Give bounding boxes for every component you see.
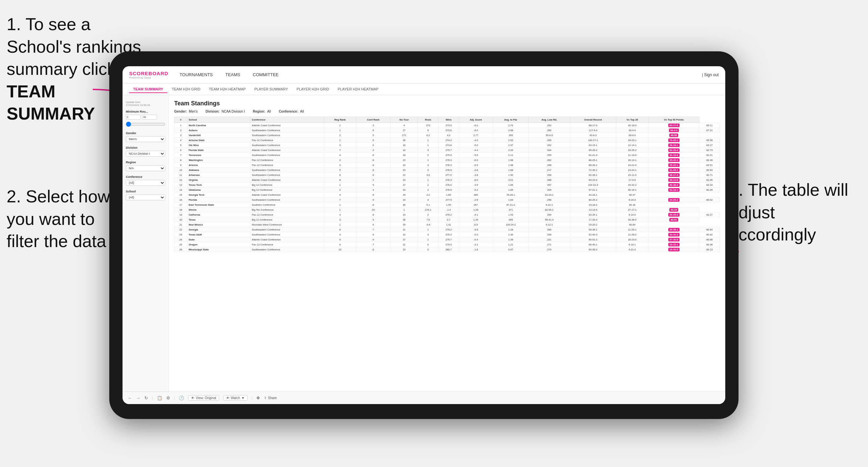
sidebar-conference: Conference (All) (126, 175, 165, 186)
view-label: View: Original (196, 396, 216, 400)
sub-nav-player-summary[interactable]: PLAYER SUMMARY (250, 86, 292, 93)
col-vs-top50: Vs Top 50 Points (648, 117, 699, 123)
conference-select[interactable]: (All) (126, 180, 165, 186)
forward-icon[interactable]: → (136, 396, 141, 400)
col-wins: Wins (438, 117, 459, 123)
sub-nav-team-summary[interactable]: TEAM SUMMARY (129, 86, 167, 93)
watch-chevron-icon: ▼ (241, 396, 245, 400)
table-row: 20TexasBig 12 Conference39267.80.71.4426… (175, 217, 720, 222)
table-row: 3VanderbiltSoutheastern Conference252716… (175, 133, 720, 138)
instruction-2-text: 2. Select howyou want tofilter the data (7, 187, 110, 251)
sub-nav-player-h2h-heatmap[interactable]: PLAYER H2H HEATMAP (334, 86, 382, 93)
region-label: Region (126, 161, 165, 164)
table-row: 7TennesseeSoutheastern Conference4618227… (175, 153, 720, 158)
update-time: Update time: 27/03/2024 16:56:26 (126, 101, 165, 107)
clock-icon[interactable]: 🕐 (179, 396, 184, 400)
sidebar-school: School (All) (126, 190, 165, 200)
nav-tournaments[interactable]: TOURNAMENTS (178, 71, 214, 78)
instruction-1-bold: TEAM SUMMARY (7, 82, 95, 124)
table-row: 4Arizona StatePac-12 Conference16261274.… (175, 138, 720, 143)
copy-icon[interactable]: 📋 (157, 396, 162, 400)
sign-out-label[interactable]: Sign out (704, 72, 719, 77)
resize-icon[interactable]: ✥ (256, 396, 260, 400)
col-rnds: Rnds (418, 117, 438, 123)
sub-nav-player-h2h-grid[interactable]: PLAYER H2H GRID (293, 86, 333, 93)
table-row: 5Ole MissSoutheastern Conference36181274… (175, 143, 720, 148)
nav-teams[interactable]: TEAMS (224, 71, 242, 78)
col-overall: Overall Record (570, 117, 616, 123)
back-icon[interactable]: ← (128, 396, 132, 400)
sidebar-division: Division NCAA Division I (126, 146, 165, 157)
school-select[interactable]: (All) (126, 194, 165, 200)
table-row: 24DukeAtlantic Coast Conference59271279.… (175, 237, 720, 242)
gender-select[interactable]: Men's (126, 136, 165, 142)
watch-button[interactable]: 👁 Watch ▼ (223, 395, 248, 401)
refresh-icon[interactable]: ↻ (145, 396, 148, 400)
table-title: Team Standings (174, 100, 720, 107)
table-row: 17East Tennessee StateSouthern Conferenc… (175, 203, 720, 207)
min-slider[interactable] (126, 122, 165, 127)
share-icon: ⇧ (264, 396, 267, 400)
logo-sub: Powered by clippd (129, 76, 168, 79)
table-row: 19CaliforniaPac-12 Conference48242278.2-… (175, 212, 720, 217)
table-row: 6Florida StateAtlantic Coast Conference7… (175, 148, 720, 153)
table-row: 15Georgia TechAtlantic Coast Conference4… (175, 192, 720, 197)
tablet-screen: SCOREBOARD Powered by clippd TOURNAMENTS… (123, 66, 725, 404)
sidebar-gender: Gender Men's (126, 131, 165, 142)
nav-bar: SCOREBOARD Powered by clippd TOURNAMENTS… (123, 66, 725, 84)
table-row: 12VirginiaAtlantic Coast Conference82241… (175, 178, 720, 183)
conference-label: Conference (126, 175, 165, 179)
view-original-button[interactable]: 👁 View: Original (188, 395, 219, 401)
main-content: Update time: 27/03/2024 16:56:26 Minimum… (123, 95, 725, 392)
instruction-3: 3. The table willadjust accordingly (729, 179, 861, 246)
table-row: 13Texas TechBig 12 Conference19272276.0-… (175, 183, 720, 187)
min-range (126, 115, 165, 120)
school-label: School (126, 190, 165, 193)
table-row: 25OregonPac-12 Conference97210279.5-3.11… (175, 242, 720, 247)
table-row: 8WashingtonPac-12 Conference28231276.3-6… (175, 158, 720, 163)
filter-division: Division: NCAA Division I (206, 110, 245, 113)
filter-region: Region: All (253, 110, 271, 113)
table-row: 14OklahomaBig 12 Conference24242276.9-5.… (175, 187, 720, 192)
nav-items: TOURNAMENTS TEAMS COMMITTEE (178, 71, 280, 78)
logo-area: SCOREBOARD Powered by clippd (129, 70, 168, 79)
table-row: 26Mississippi StateSoutheastern Conferen… (175, 247, 720, 252)
bottom-toolbar: ← → ↻ | 📋 ⚙ | 🕐 👁 View: Original 👁 Watch… (123, 392, 725, 404)
sub-nav-team-h2h-heatmap[interactable]: TEAM H2H HEATMAP (205, 86, 250, 93)
settings-icon[interactable]: ⚙ (166, 396, 170, 400)
logo-scoreboard: SCOREBOARD (129, 70, 168, 76)
col-conf-rank: Conf Rank (356, 117, 391, 123)
min-input[interactable] (126, 115, 141, 120)
tablet: SCOREBOARD Powered by clippd TOURNAMENTS… (109, 51, 739, 419)
gender-label: Gender (126, 131, 165, 135)
nav-committee[interactable]: COMMITTEE (251, 71, 280, 78)
max-input[interactable] (142, 115, 157, 120)
division-label: Division (126, 146, 165, 149)
watch-icon: 👁 (226, 396, 229, 400)
division-select[interactable]: NCAA Division I (126, 151, 165, 157)
sub-nav-team-h2h-grid[interactable]: TEAM H2H GRID (168, 86, 204, 93)
instruction-3-text: 3. The table willadjust accordingly (729, 180, 848, 244)
instruction-2: 2. Select howyou want tofilter the data (7, 185, 110, 253)
filter-conference: Conference: All (279, 110, 304, 113)
table-filters: Gender: Men's Division: NCAA Division I … (174, 110, 720, 113)
col-conference: Conference (250, 117, 324, 123)
sidebar: Update time: 27/03/2024 16:56:26 Minimum… (123, 95, 169, 392)
table-row: 9ArizonaPac-12 Conference38223276.3-6.51… (175, 163, 720, 167)
table-row: 2AuburnSoutheastern Conference19276273.6… (175, 128, 720, 133)
share-button[interactable]: ⇧ Share (264, 396, 277, 400)
col-reg-rank: Reg Rank (324, 117, 356, 123)
table-area: Team Standings Gender: Men's Division: N… (169, 95, 725, 392)
sidebar-minimum: Minimum Rou... (126, 110, 165, 127)
col-vs-top25: Vs Top 25 (616, 117, 648, 123)
table-row: 1North CarolinaAtlantic Coast Conference… (175, 123, 720, 128)
region-select[interactable]: N/A (126, 165, 165, 171)
table-row: 11ArkansasSoutheastern Conference68223.8… (175, 173, 720, 178)
col-rank: # (175, 117, 187, 123)
table-row: 21New MexicoMountain West Conference1629… (175, 222, 720, 227)
col-avg-low: Avg. Low Rd. (529, 117, 570, 123)
col-no-tour: No Tour (391, 117, 418, 123)
col-avg-par: Avg. to Par (493, 117, 529, 123)
col-school: School (187, 117, 250, 123)
table-row: 18IllinoisBig Ten Conference1231276.1-1.… (175, 207, 720, 212)
